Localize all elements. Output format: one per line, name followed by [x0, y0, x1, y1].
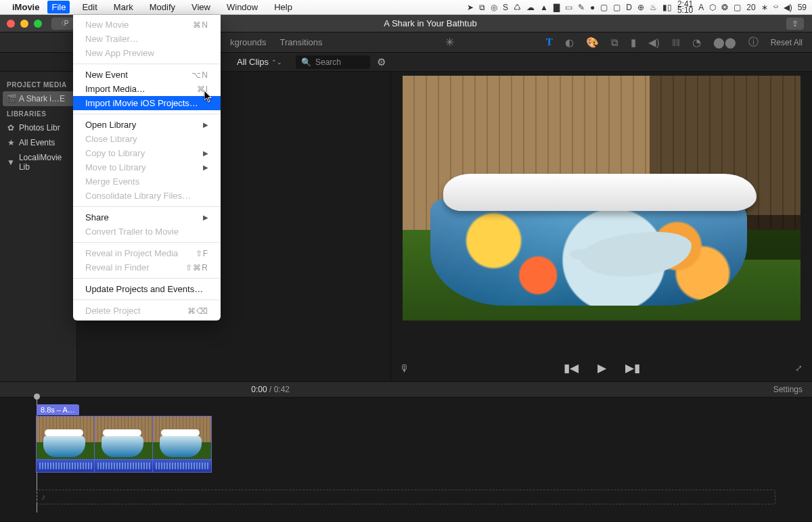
voiceover-mic-icon[interactable]: 🎙: [399, 362, 409, 374]
timeline-settings-button[interactable]: Settings: [773, 385, 803, 394]
timeline-clip[interactable]: 8.8s – A…: [37, 417, 775, 460]
bt-icon[interactable]: ∗: [761, 3, 768, 12]
star-icon: ★: [7, 138, 15, 147]
menu-merge-events[interactable]: Merge Events: [73, 174, 221, 189]
app-name[interactable]: iMovie: [12, 2, 39, 12]
stabilize-icon[interactable]: ▮: [631, 37, 636, 49]
globe-icon[interactable]: ❂: [721, 3, 728, 12]
preview-canvas[interactable]: [403, 76, 800, 321]
clip-duration-label: 8.8s – A…: [37, 404, 79, 415]
menu-new-trailer[interactable]: New Trailer…: [73, 32, 221, 46]
menu-consolidate[interactable]: Consolidate Library Files…: [73, 189, 221, 203]
menu-new-event[interactable]: New Event⌥N: [73, 68, 221, 82]
color-balance-icon[interactable]: ◐: [565, 37, 574, 49]
menubar-status-icons: ➤ ⧉ ◎ S ♺ ☁ ▲ ▇ ▭ ✎ ● ▢ ▢ D ⊕ ♨ ▮▯ 2:415…: [467, 1, 807, 14]
clips-filter-dropdown[interactable]: All Clips⌃⌄: [237, 57, 282, 67]
sidebar-all-events[interactable]: ★All Events: [0, 135, 76, 150]
a-icon[interactable]: A: [698, 3, 704, 12]
color-correction-icon[interactable]: 🎨: [586, 37, 599, 49]
wifi-icon[interactable]: ⌔: [773, 3, 778, 12]
menu-mark[interactable]: Mark: [110, 1, 137, 14]
maximize-button[interactable]: [34, 20, 42, 28]
tab-backgrounds[interactable]: kgrounds: [230, 37, 266, 47]
play-button[interactable]: ▶: [597, 361, 606, 375]
menu-reveal-finder[interactable]: Reveal in Finder⇧⌘R: [73, 260, 221, 275]
evernote-icon[interactable]: ✎: [578, 3, 585, 12]
menu-update-projects[interactable]: Update Projects and Events…: [73, 282, 221, 296]
enhance-wand-icon[interactable]: ✳: [445, 36, 454, 49]
sync-icon[interactable]: ♺: [514, 3, 521, 12]
menu-file[interactable]: File: [47, 1, 70, 14]
viewer: 🎙 ▮◀ ▶ ▶▮ ⤢: [391, 72, 812, 381]
audio-track[interactable]: [37, 460, 775, 472]
sidebar-project-label: A Shark i…E: [19, 94, 65, 103]
tray-icon[interactable]: ▭: [565, 3, 572, 12]
menu-window[interactable]: Window: [223, 1, 262, 14]
menu-new-app-preview[interactable]: New App Preview: [73, 46, 221, 60]
tv-icon[interactable]: ▢: [613, 3, 621, 12]
playhead-time: 0:00 / 0:42: [251, 385, 290, 394]
menu-copy-to-library[interactable]: Copy to Library▶: [73, 146, 221, 160]
msg-icon[interactable]: ▢: [734, 3, 741, 12]
next-button[interactable]: ▶▮: [625, 361, 640, 375]
cloud-icon[interactable]: ☁: [526, 3, 535, 12]
s-icon[interactable]: S: [503, 3, 508, 12]
menu-open-library[interactable]: Open Library▶: [73, 118, 221, 132]
info-icon[interactable]: ⓘ: [748, 36, 759, 49]
share-button[interactable]: ⇪: [786, 18, 804, 30]
menu-close-library[interactable]: Close Library: [73, 132, 221, 146]
display-icon[interactable]: ▢: [600, 3, 608, 12]
sidebar-photos-library[interactable]: ✿Photos Libr: [0, 120, 76, 135]
text-tool-icon[interactable]: T: [546, 37, 553, 48]
crop-icon[interactable]: ⧉: [611, 37, 618, 49]
search-placeholder: Search: [315, 57, 341, 67]
sidebar-project-item[interactable]: 🎬 A Shark i…E: [3, 91, 74, 106]
fullscreen-icon[interactable]: ⤢: [795, 363, 803, 373]
transport-controls: 🎙 ▮◀ ▶ ▶▮ ⤢: [391, 354, 812, 381]
location-icon[interactable]: ➤: [467, 3, 474, 12]
sidebar: PROJECT MEDIA 🎬 A Shark i…E LIBRARIES ✿P…: [0, 72, 77, 381]
dot-icon[interactable]: ●: [590, 3, 595, 12]
menu-share[interactable]: Share▶: [73, 210, 221, 224]
clock[interactable]: 2:415:10: [677, 1, 693, 14]
menu-import-media[interactable]: Import Media…⌘I: [73, 82, 221, 96]
up-icon[interactable]: ▲: [540, 3, 548, 12]
cal-icon[interactable]: 20: [746, 3, 755, 12]
sidebar-local-library[interactable]: ▼LocaliMovie Lib: [0, 150, 76, 174]
flag-icon[interactable]: ▇: [554, 3, 560, 12]
hex-icon[interactable]: ⬡: [709, 3, 716, 12]
menu-reveal-project[interactable]: Reveal in Project Media⇧F: [73, 246, 221, 260]
d-icon[interactable]: D: [626, 3, 632, 12]
dropbox-icon[interactable]: ⧉: [479, 3, 485, 12]
timeline[interactable]: 8.8s – A… ♪: [0, 398, 812, 513]
music-track[interactable]: ♪: [37, 490, 775, 504]
menu-import-ios-projects[interactable]: Import iMovie iOS Projects…: [73, 96, 221, 110]
speed-icon[interactable]: ◔: [692, 37, 701, 49]
menu-move-to-library[interactable]: Move to Library▶: [73, 160, 221, 174]
cc-icon[interactable]: ◎: [491, 3, 497, 12]
back-button[interactable]: 〈 P: [51, 18, 74, 30]
menu-modify[interactable]: Modify: [145, 1, 179, 14]
search-icon: 🔍: [301, 57, 311, 67]
file-menu-dropdown: New Movie⌘N New Trailer… New App Preview…: [73, 15, 221, 321]
menu-view[interactable]: View: [187, 1, 215, 14]
battery-icon[interactable]: ▮▯: [662, 3, 672, 12]
volume-icon[interactable]: ◀): [648, 37, 660, 49]
search-input[interactable]: 🔍 Search: [296, 55, 370, 69]
menu-convert-trailer[interactable]: Convert Trailer to Movie: [73, 224, 221, 239]
circle-icon[interactable]: ⊕: [637, 3, 644, 12]
flame-icon[interactable]: ♨: [650, 3, 657, 12]
tab-transitions[interactable]: Transitions: [279, 37, 322, 47]
prev-button[interactable]: ▮◀: [564, 361, 579, 375]
filter-icon[interactable]: ⬤⬤: [713, 37, 736, 49]
menu-delete-project[interactable]: Delete Project⌘⌫: [73, 304, 221, 318]
reset-all-button[interactable]: Reset All: [771, 38, 803, 47]
menu-new-movie[interactable]: New Movie⌘N: [73, 18, 221, 32]
volume-icon[interactable]: ◀): [784, 3, 792, 12]
minimize-button[interactable]: [20, 20, 28, 28]
noise-icon[interactable]: ⦀⦀: [672, 37, 680, 49]
close-button[interactable]: [7, 20, 15, 28]
browser-settings-icon[interactable]: ⚙: [377, 56, 386, 68]
menu-edit[interactable]: Edit: [78, 1, 101, 14]
menu-help[interactable]: Help: [270, 1, 296, 14]
